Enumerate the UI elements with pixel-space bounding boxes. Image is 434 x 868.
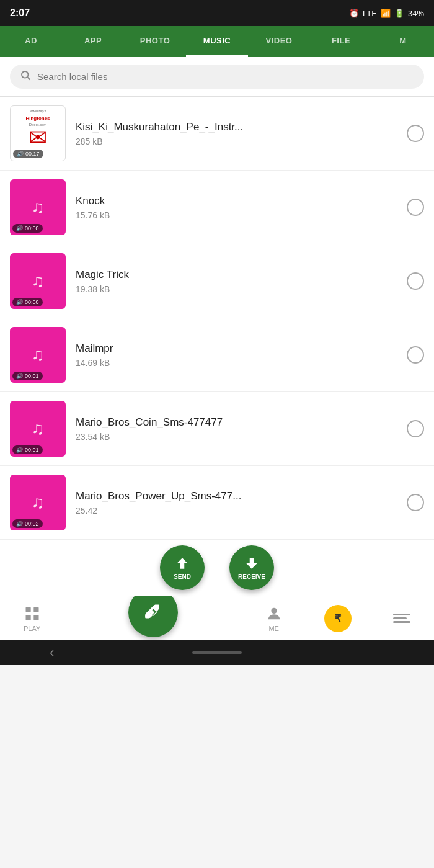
list-item[interactable]: www.Mp3 Ringtones Direct.com ✉ 🔊00:17 Ki…: [0, 97, 434, 171]
svg-rect-5: [33, 615, 38, 620]
list-item[interactable]: ♫ 🔊00:00 Magic Trick 19.38 kB: [0, 244, 434, 318]
coin-badge-button[interactable]: ₹: [306, 605, 370, 632]
duration-badge-6: 🔊00:02: [12, 519, 43, 528]
file-thumbnail-6: ♫ 🔊00:02: [10, 475, 66, 530]
tab-ad[interactable]: AD: [0, 26, 62, 57]
file-name-1: Kisi_Ki_Muskurahaton_Pe_-_Instr...: [76, 121, 397, 133]
svg-rect-3: [33, 607, 38, 612]
back-button[interactable]: ‹: [50, 645, 54, 661]
file-name-5: Mario_Bros_Coin_Sms-477477: [76, 416, 397, 429]
tab-music[interactable]: MUSIC: [186, 26, 248, 57]
battery-level: 34%: [408, 9, 424, 18]
ringtones-logo-text: www.Mp3 Ringtones Direct.com: [11, 109, 65, 127]
file-size-5: 23.54 kB: [76, 432, 397, 442]
file-name-3: Magic Trick: [76, 269, 397, 281]
duration-badge-4: 🔊00:01: [12, 372, 43, 380]
file-info-3: Magic Trick 19.38 kB: [76, 269, 397, 294]
status-right-icons: ⏰ LTE 📶 🔋 34%: [349, 9, 424, 18]
status-bar: 2:07 ⏰ LTE 📶 🔋 34%: [0, 0, 434, 26]
battery-icon: 🔋: [394, 9, 404, 18]
duration-badge-3: 🔊00:00: [12, 298, 43, 306]
music-note-icon: ♫: [32, 493, 45, 512]
bottom-nav-me[interactable]: ME: [242, 605, 306, 632]
svg-rect-4: [25, 615, 30, 620]
alarm-icon: ⏰: [349, 9, 359, 18]
search-input-wrap[interactable]: [10, 65, 424, 89]
bottom-nav-play[interactable]: PLAY: [0, 605, 64, 632]
signal-bars-icon: 📶: [381, 9, 391, 18]
file-info-1: Kisi_Ki_Muskurahaton_Pe_-_Instr... 285 k…: [76, 121, 397, 146]
file-name-6: Mario_Bros_Power_Up_Sms-477...: [76, 490, 397, 503]
signal-lte: LTE: [363, 9, 377, 18]
tab-photo[interactable]: PHOTO: [124, 26, 186, 57]
svg-point-0: [22, 71, 29, 78]
file-list: www.Mp3 Ringtones Direct.com ✉ 🔊00:17 Ki…: [0, 97, 434, 540]
file-thumbnail-4: ♫ 🔊00:01: [10, 327, 66, 383]
music-note-icon: ♫: [32, 419, 45, 439]
list-item[interactable]: ♫ 🔊00:01 Mario_Bros_Coin_Sms-477477 23.5…: [0, 392, 434, 466]
select-radio-1[interactable]: [407, 125, 424, 142]
fab-area: SEND RECEIVE: [0, 540, 434, 596]
file-info-4: Mailmpr 14.69 kB: [76, 342, 397, 368]
me-label: ME: [268, 625, 279, 632]
select-radio-3[interactable]: [407, 272, 424, 290]
play-label: PLAY: [24, 625, 40, 632]
envelope-icon: ✉: [29, 125, 47, 151]
search-icon: [20, 69, 31, 84]
file-info-2: Knock 15.76 kB: [76, 195, 397, 220]
svg-point-6: [271, 607, 277, 613]
select-radio-4[interactable]: [407, 346, 424, 364]
select-radio-5[interactable]: [407, 420, 424, 437]
coin-icon: ₹: [324, 605, 352, 632]
file-thumbnail-3: ♫ 🔊00:00: [10, 253, 66, 309]
select-radio-2[interactable]: [407, 199, 424, 216]
file-size-2: 15.76 kB: [76, 210, 397, 220]
file-size-1: 285 kB: [76, 136, 397, 146]
tab-file[interactable]: FILE: [310, 26, 372, 57]
duration-badge-1: 🔊00:17: [13, 150, 43, 158]
duration-badge-5: 🔊00:01: [12, 445, 43, 454]
tab-more[interactable]: M: [372, 26, 434, 57]
duration-badge-2: 🔊00:00: [12, 224, 43, 233]
file-thumbnail-1: www.Mp3 Ringtones Direct.com ✉ 🔊00:17: [10, 105, 66, 161]
list-item[interactable]: ♫ 🔊00:01 Mailmpr 14.69 kB: [0, 318, 434, 392]
file-info-5: Mario_Bros_Coin_Sms-477477 23.54 kB: [76, 416, 397, 442]
svg-rect-2: [25, 607, 30, 612]
music-note-icon: ♫: [32, 197, 45, 217]
home-pill[interactable]: [192, 651, 242, 654]
file-thumbnail-2: ♫ 🔊00:00: [10, 179, 66, 235]
send-button[interactable]: SEND: [160, 545, 205, 590]
list-item[interactable]: ♫ 🔊00:02 Mario_Bros_Power_Up_Sms-477... …: [0, 466, 434, 540]
menu-bars-icon: [393, 614, 410, 623]
music-note-icon: ♫: [32, 271, 45, 291]
bottom-nav: PLAY ME ₹: [0, 596, 434, 640]
search-bar: [0, 57, 434, 97]
file-name-4: Mailmpr: [76, 342, 397, 355]
file-size-4: 14.69 kB: [76, 358, 397, 368]
svg-line-1: [27, 77, 30, 79]
nav-tabs: AD APP PHOTO MUSIC VIDEO FILE M: [0, 26, 434, 57]
select-radio-6[interactable]: [407, 494, 424, 511]
tab-video[interactable]: VIDEO: [248, 26, 310, 57]
file-size-6: 25.42: [76, 506, 397, 516]
file-info-6: Mario_Bros_Power_Up_Sms-477... 25.42: [76, 490, 397, 516]
search-input[interactable]: [37, 71, 414, 82]
list-item[interactable]: ♫ 🔊00:00 Knock 15.76 kB: [0, 171, 434, 244]
system-bar: ‹: [0, 640, 434, 665]
file-thumbnail-5: ♫ 🔊00:01: [10, 401, 66, 457]
status-time: 2:07: [10, 7, 30, 19]
tab-app[interactable]: APP: [62, 26, 124, 57]
receive-button[interactable]: RECEIVE: [229, 545, 274, 590]
file-size-3: 19.38 kB: [76, 284, 397, 294]
file-name-2: Knock: [76, 195, 397, 207]
menu-bars-button[interactable]: [370, 614, 434, 623]
music-note-icon: ♫: [32, 345, 45, 365]
